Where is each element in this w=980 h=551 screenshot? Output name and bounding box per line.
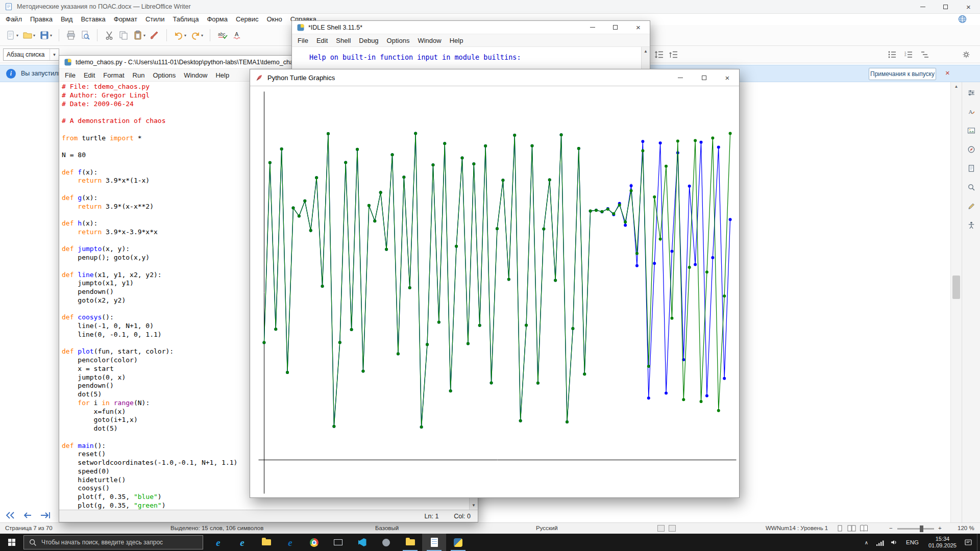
word-count-status[interactable]: Выделено: 15 слов, 106 символов — [170, 525, 263, 531]
insert-mode-icon[interactable] — [657, 525, 665, 532]
infobar-close-icon[interactable]: × — [945, 69, 950, 77]
turtle-titlebar[interactable]: Python Turtle Graphics × — [250, 69, 739, 86]
menu-item-help[interactable]: Help — [446, 34, 468, 47]
menu-item-вид[interactable]: Вид — [57, 14, 77, 25]
menu-item-help[interactable]: Help — [211, 69, 233, 82]
zoom-in-button[interactable]: + — [938, 525, 942, 531]
menu-item-format[interactable]: Format — [99, 69, 128, 82]
paste-button[interactable]: ▾ — [131, 28, 148, 43]
zoom-out-button[interactable]: − — [889, 525, 893, 531]
zoom-percent[interactable]: 120 % — [958, 525, 974, 531]
shell-minimize-button[interactable] — [581, 21, 604, 34]
menu-item-edit[interactable]: Edit — [80, 69, 99, 82]
keyboard-language[interactable]: ENG — [901, 539, 924, 545]
menu-item-window[interactable]: Window — [413, 34, 445, 47]
menu-item-стили[interactable]: Стили — [141, 14, 168, 25]
undo-button[interactable]: ▾ — [172, 28, 188, 43]
redo-button[interactable]: ▾ — [188, 28, 205, 43]
shell-close-button[interactable]: × — [627, 21, 650, 34]
multi-page-view-icon[interactable] — [847, 524, 856, 532]
outline-list-button[interactable] — [918, 48, 932, 61]
bullet-list-button[interactable] — [886, 48, 899, 61]
start-button[interactable] — [0, 534, 23, 551]
page-number-status[interactable]: Страница 7 из 70 — [5, 525, 53, 531]
writer-maximize-button[interactable] — [934, 0, 957, 14]
spelling-button[interactable]: abc — [215, 28, 230, 43]
copy-button[interactable] — [116, 28, 131, 43]
turtle-close-button[interactable]: × — [716, 69, 739, 86]
arrow-right-bar-icon[interactable] — [40, 511, 51, 519]
menu-item-форма[interactable]: Форма — [203, 14, 232, 25]
shell-maximize-button[interactable] — [604, 21, 627, 34]
menu-item-file[interactable]: File — [293, 34, 312, 47]
selection-mode-icon[interactable] — [669, 525, 676, 532]
sidebar-settings-button[interactable] — [960, 48, 973, 61]
sidebar-tab-changes-icon[interactable] — [965, 201, 977, 212]
print-preview-button[interactable] — [78, 28, 92, 43]
volume-icon[interactable] — [887, 539, 901, 546]
double-arrow-left-icon[interactable] — [5, 511, 15, 519]
line-spacing-button[interactable] — [652, 48, 666, 61]
taskbar-clock[interactable]: 15:34 01.09.2025 — [924, 536, 961, 549]
menu-item-run[interactable]: Run — [129, 69, 149, 82]
taskbar-app-mail-icon[interactable] — [326, 534, 350, 551]
paragraph-spacing-button[interactable] — [667, 48, 680, 61]
chevron-down-icon[interactable]: ▾ — [50, 49, 59, 60]
menu-item-вставка[interactable]: Вставка — [77, 14, 109, 25]
save-button[interactable]: ▾ — [37, 28, 54, 43]
taskbar-app-vscode-icon[interactable] — [350, 534, 374, 551]
writer-close-button[interactable]: × — [957, 0, 980, 14]
menu-item-сервис[interactable]: Сервис — [232, 14, 263, 25]
paragraph-style-combobox[interactable]: Абзац списка ▾ — [3, 48, 59, 61]
taskbar-app-folder-icon[interactable] — [398, 534, 422, 551]
clone-formatting-button[interactable] — [148, 28, 162, 43]
arrow-left-icon[interactable] — [22, 511, 33, 519]
document-scrollbar[interactable]: ▲ — [950, 82, 962, 522]
scroll-down-icon[interactable]: ▼ — [470, 501, 478, 510]
taskbar-app-chrome-icon[interactable] — [302, 534, 326, 551]
scroll-up-icon[interactable]: ▲ — [642, 47, 650, 56]
menu-item-options[interactable]: Options — [149, 69, 180, 82]
sidebar-tab-page-icon[interactable] — [965, 163, 977, 174]
menu-item-debug[interactable]: Debug — [355, 34, 382, 47]
zoom-slider[interactable] — [897, 528, 934, 530]
menu-item-edit[interactable]: Edit — [312, 34, 332, 47]
writer-minimize-button[interactable] — [911, 0, 934, 14]
turtle-maximize-button[interactable] — [692, 69, 716, 86]
taskbar-app-writer-icon[interactable] — [422, 534, 446, 551]
language-status[interactable]: Русский — [536, 525, 558, 531]
taskbar-app-edge2-icon[interactable]: e — [278, 534, 302, 551]
numbered-list-button[interactable]: 1.2. — [902, 48, 915, 61]
menu-item-файл[interactable]: Файл — [2, 14, 26, 25]
sidebar-tab-accessibility-icon[interactable] — [965, 219, 977, 231]
zoom-slider-thumb[interactable] — [920, 525, 923, 532]
menu-item-правка[interactable]: Правка — [26, 14, 57, 25]
document-scrollbar-thumb[interactable] — [952, 276, 960, 299]
taskbar-app-explorer-icon[interactable] — [254, 534, 278, 551]
release-notes-button[interactable]: Примечания к выпуску — [869, 68, 936, 80]
taskbar-app-python-icon[interactable] — [446, 534, 470, 551]
menu-item-таблица[interactable]: Таблица — [168, 14, 203, 25]
writer-titlebar[interactable]: Методические указания по ПОАС.docx — Lib… — [0, 0, 980, 14]
action-center-icon[interactable] — [961, 538, 975, 546]
scroll-up-icon[interactable]: ▲ — [951, 82, 962, 91]
taskbar-app-ie-icon[interactable]: e — [230, 534, 254, 551]
list-level-status[interactable]: WWNum14 : Уровень 1 — [766, 525, 828, 531]
single-page-view-icon[interactable] — [836, 524, 844, 532]
menu-item-окно[interactable]: Окно — [262, 14, 286, 25]
show-desktop-button[interactable] — [977, 534, 980, 551]
print-button[interactable] — [64, 28, 78, 43]
auto-spellcheck-button[interactable]: A — [230, 28, 244, 43]
sidebar-tab-gallery-icon[interactable] — [965, 125, 977, 136]
globe-icon[interactable] — [958, 15, 967, 23]
network-icon[interactable] — [873, 539, 887, 546]
page-style-status[interactable]: Базовый — [375, 525, 399, 531]
sidebar-tab-navigator-icon[interactable] — [965, 144, 977, 155]
open-button[interactable]: ▾ — [20, 28, 37, 43]
taskbar-search-input[interactable]: Чтобы начать поиск, введите здесь запрос — [23, 535, 203, 549]
menu-item-window[interactable]: Window — [180, 69, 211, 82]
menu-item-options[interactable]: Options — [383, 34, 414, 47]
taskbar-app-tool-icon[interactable] — [374, 534, 398, 551]
cut-button[interactable] — [102, 28, 116, 43]
sidebar-tab-properties-icon[interactable] — [965, 87, 977, 98]
